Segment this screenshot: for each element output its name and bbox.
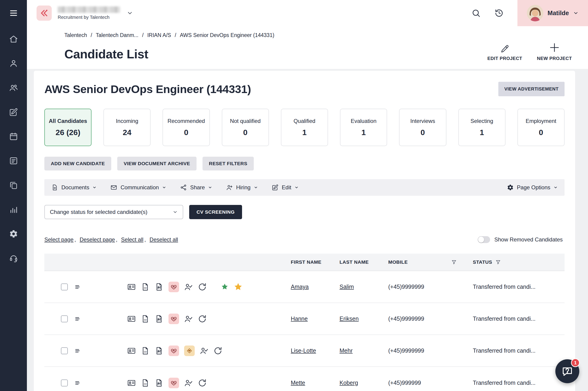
deselect-all-link[interactable]: Deselect all	[150, 236, 178, 243]
view-document-archive-button[interactable]: VIEW DOCUMENT ARCHIVE	[117, 157, 197, 171]
sidebar-item-calendar[interactable]	[0, 128, 27, 145]
mobile-filter-icon[interactable]	[451, 259, 457, 265]
hiring-menu[interactable]: Hiring	[226, 184, 258, 191]
share-menu[interactable]: Share	[180, 184, 212, 191]
cv-icon[interactable]: cv	[141, 346, 150, 355]
heartbeat-icon[interactable]	[168, 314, 179, 324]
row-checkbox[interactable]	[61, 380, 68, 387]
row-checkbox[interactable]	[61, 347, 68, 354]
cv-icon[interactable]: cv	[141, 283, 150, 291]
breadcrumb-item[interactable]: Talentech	[64, 32, 96, 38]
person-check-icon[interactable]	[184, 314, 193, 323]
contact-card-icon[interactable]	[127, 283, 136, 291]
row-checkbox[interactable]	[61, 315, 68, 322]
documents-label: Documents	[61, 184, 89, 191]
status-card-qualified[interactable]: Qualified 1	[281, 109, 328, 146]
candidate-first-name[interactable]: Hanne	[291, 315, 308, 322]
sidebar-item-compose[interactable]	[0, 104, 27, 120]
sidebar-item-documents[interactable]	[0, 177, 27, 194]
chevron-down-icon[interactable]	[127, 10, 133, 16]
refresh-icon[interactable]	[214, 346, 222, 355]
candidate-last-name[interactable]: Koberg	[340, 380, 358, 386]
workspace-switcher[interactable]: Recruitment by Talentech	[37, 5, 133, 21]
person-check-icon[interactable]	[200, 346, 209, 355]
reset-filters-button[interactable]: RESET FILTERS	[203, 157, 254, 171]
row-menu-icon[interactable]	[74, 316, 82, 322]
search-button[interactable]	[468, 5, 484, 21]
candidate-last-name[interactable]: Mehr	[340, 347, 353, 354]
sidebar-item-reports[interactable]	[0, 153, 27, 169]
status-filter-icon[interactable]	[495, 259, 501, 265]
pdf-icon[interactable]	[155, 283, 163, 291]
pdf-icon[interactable]	[155, 346, 163, 355]
contact-card-icon[interactable]	[127, 346, 136, 355]
select-page-link[interactable]: Select page	[44, 236, 74, 243]
view-advertisement-button[interactable]: VIEW ADVERTISEMENT	[498, 82, 565, 96]
pencil-icon	[500, 44, 509, 54]
person-check-icon[interactable]	[184, 283, 193, 291]
status-card-incoming[interactable]: Incoming 24	[104, 109, 151, 146]
cv-icon[interactable]: cv	[141, 379, 150, 387]
sidebar-item-teams[interactable]	[0, 80, 27, 96]
status-card-employment[interactable]: Employment 0	[517, 109, 565, 146]
svg-text:cv: cv	[144, 350, 147, 353]
refresh-icon[interactable]	[198, 379, 207, 387]
star-gold-icon[interactable]	[234, 282, 243, 292]
edit-menu[interactable]: Edit	[272, 184, 299, 191]
sidebar-item-home[interactable]	[0, 31, 27, 47]
row-menu-icon[interactable]	[74, 380, 82, 386]
sidebar-item-analytics[interactable]	[0, 201, 27, 218]
page-header: Talentech Talentech Danm... IRIAN A/S AW…	[27, 26, 588, 69]
heartbeat-icon[interactable]	[168, 378, 179, 388]
candidate-last-name[interactable]: Eriksen	[340, 315, 358, 322]
edit-project-button[interactable]: EDIT PROJECT	[487, 44, 522, 61]
user-menu[interactable]: Matilde	[517, 0, 588, 26]
cv-screening-button[interactable]: CV SCREENING	[189, 205, 242, 219]
project-card: AWS Senior DevOps Engineer (144331) VIEW…	[34, 71, 575, 391]
support-chat-button[interactable]: 1	[555, 359, 579, 383]
page-options-menu[interactable]: Page Options	[507, 184, 558, 191]
candidate-first-name[interactable]: Lise-Lotte	[291, 347, 316, 354]
candidate-first-name[interactable]: Amaya	[291, 284, 309, 290]
heartbeat-icon[interactable]	[168, 346, 179, 356]
person-check-icon[interactable]	[184, 379, 193, 387]
status-card-label: Employment	[526, 118, 556, 124]
new-project-button[interactable]: NEW PROJECT	[537, 42, 572, 61]
status-card-evaluation[interactable]: Evaluation 1	[340, 109, 387, 146]
pdf-icon[interactable]	[155, 314, 163, 323]
documents-menu[interactable]: Documents	[51, 184, 97, 191]
status-card-recommended[interactable]: Recommended 0	[162, 109, 210, 146]
status-card-all-candidates[interactable]: All Candidates 26 (26)	[44, 109, 92, 146]
refresh-icon[interactable]	[198, 314, 207, 323]
cv-icon[interactable]: cv	[141, 314, 150, 323]
sidebar-item-support[interactable]	[0, 250, 27, 267]
diamond-heart-icon[interactable]	[184, 346, 195, 356]
row-menu-icon[interactable]	[74, 284, 82, 290]
select-all-link[interactable]: Select all	[121, 236, 143, 243]
history-button[interactable]	[491, 5, 507, 21]
change-status-select[interactable]: Change status for selected candidate(s)	[44, 205, 183, 219]
row-checkbox[interactable]	[61, 284, 68, 290]
contact-card-icon[interactable]	[127, 314, 136, 323]
heartbeat-icon[interactable]	[168, 282, 179, 292]
sidebar-item-settings[interactable]	[0, 226, 27, 242]
show-removed-toggle[interactable]	[478, 236, 490, 243]
status-card-selecting[interactable]: Selecting 1	[458, 109, 505, 146]
add-new-candidate-button[interactable]: ADD NEW CANDIDATE	[44, 157, 111, 171]
communication-menu[interactable]: Communication	[110, 184, 166, 191]
svg-text:cv: cv	[144, 382, 147, 385]
status-card-interviews[interactable]: Interviews 0	[399, 109, 446, 146]
candidate-first-name[interactable]: Mette	[291, 380, 305, 386]
status-card-not-qualified[interactable]: Not qualified 0	[222, 109, 269, 146]
star-green-icon[interactable]	[221, 283, 229, 291]
sidebar-item-candidates[interactable]	[0, 55, 27, 72]
breadcrumb-item[interactable]: IRIAN A/S	[147, 32, 180, 38]
breadcrumb-item[interactable]: Talentech Danm...	[96, 32, 147, 38]
pdf-icon[interactable]	[155, 379, 163, 387]
deselect-page-link[interactable]: Deselect page	[80, 236, 115, 243]
contact-card-icon[interactable]	[127, 379, 136, 387]
refresh-icon[interactable]	[198, 283, 207, 291]
menu-toggle-button[interactable]	[0, 0, 27, 26]
row-menu-icon[interactable]	[74, 348, 82, 354]
candidate-last-name[interactable]: Salim	[340, 284, 354, 290]
